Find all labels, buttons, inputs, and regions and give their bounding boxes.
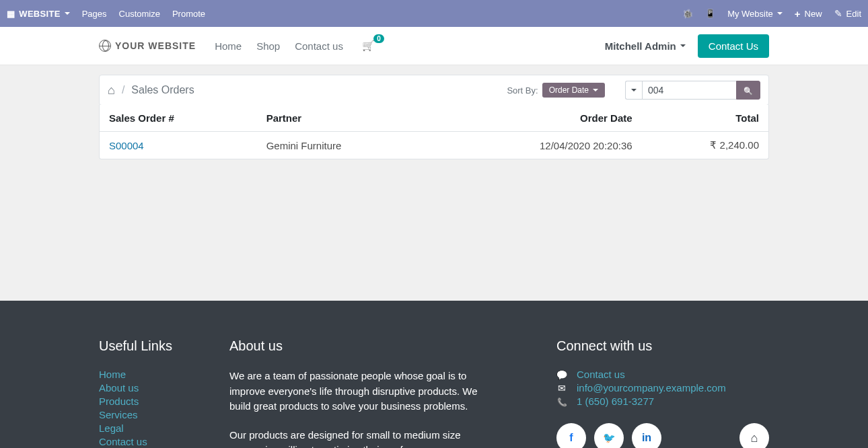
mobile-preview-icon[interactable] xyxy=(705,9,715,18)
bug-icon[interactable] xyxy=(682,9,693,19)
contact-us-button[interactable]: Contact Us xyxy=(698,34,769,58)
website-menu-label: WEBSITE xyxy=(19,9,60,19)
logo[interactable]: YOUR WEBSITE xyxy=(99,40,196,52)
edit-label: Edit xyxy=(846,9,861,19)
useful-links-title: Useful Links xyxy=(99,338,213,354)
editor-bar: WEBSITE Pages Customize Promote My Websi… xyxy=(0,0,868,27)
caret-down-icon xyxy=(631,89,637,91)
caret-down-icon xyxy=(777,12,783,15)
linkedin-button[interactable]: in xyxy=(632,423,661,448)
user-menu[interactable]: Mitchell Admin xyxy=(605,40,686,52)
breadcrumb: / Sales Orders xyxy=(108,83,194,98)
col-total: Total xyxy=(642,105,768,132)
search-button[interactable] xyxy=(736,81,760,100)
toolbar: / Sales Orders Sort By: Order Date xyxy=(99,75,769,106)
about-title: About us xyxy=(229,338,499,354)
home-icon xyxy=(751,431,758,445)
caret-down-icon xyxy=(65,12,70,15)
phone-icon xyxy=(556,396,567,407)
footer-link-legal[interactable]: Legal xyxy=(99,422,213,434)
caret-down-icon xyxy=(680,44,686,47)
logo-text: YOUR WEBSITE xyxy=(115,40,196,51)
website-menu-button[interactable]: WEBSITE xyxy=(7,9,70,19)
footer-link-home[interactable]: Home xyxy=(99,369,213,380)
chat-icon xyxy=(556,369,567,380)
search-scope-dropdown[interactable] xyxy=(625,81,642,100)
cart-badge: 0 xyxy=(373,34,384,43)
nav-home[interactable]: Home xyxy=(215,40,242,52)
breadcrumb-current: Sales Orders xyxy=(131,84,194,96)
pencil-icon xyxy=(834,8,842,19)
footer: Useful Links Home About us Products Serv… xyxy=(0,301,868,448)
order-link[interactable]: S00004 xyxy=(109,140,144,151)
sort-by-dropdown[interactable]: Order Date xyxy=(542,83,605,98)
cell-partner: Gemini Furniture xyxy=(257,132,433,159)
search-input[interactable] xyxy=(642,81,736,100)
my-website-label: My Website xyxy=(727,9,773,19)
connect-phone-link[interactable]: 1 (650) 691-3277 xyxy=(577,396,654,407)
facebook-button[interactable]: f xyxy=(556,423,586,448)
cart-button[interactable]: 0 xyxy=(362,40,375,52)
connect-title: Connect with us xyxy=(556,338,769,354)
cell-date: 12/04/2020 20:20:36 xyxy=(433,132,641,159)
sort-by-value: Order Date xyxy=(549,85,589,95)
globe-icon xyxy=(99,40,111,52)
home-icon[interactable] xyxy=(108,83,115,98)
search-group xyxy=(625,81,760,100)
new-label: New xyxy=(805,9,822,19)
footer-link-contact[interactable]: Contact us xyxy=(99,436,213,447)
caret-down-icon xyxy=(593,89,598,91)
cart-icon xyxy=(362,40,375,52)
col-order: Sales Order # xyxy=(100,105,257,132)
pages-button[interactable]: Pages xyxy=(82,9,107,19)
my-website-dropdown[interactable]: My Website xyxy=(727,9,783,19)
user-name: Mitchell Admin xyxy=(605,40,676,52)
breadcrumb-separator: / xyxy=(122,84,124,96)
about-paragraph-1: We are a team of passionate people whose… xyxy=(229,369,499,414)
plus-icon xyxy=(795,8,801,20)
sort-by-label: Sort By: xyxy=(507,85,538,96)
connect-email-link[interactable]: info@yourcompany.example.com xyxy=(577,382,726,394)
grid-icon xyxy=(7,9,15,19)
twitter-button[interactable]: 🐦 xyxy=(594,423,624,448)
footer-link-products[interactable]: Products xyxy=(99,396,213,407)
orders-table: Sales Order # Partner Order Date Total S… xyxy=(99,105,769,159)
back-to-top-button[interactable] xyxy=(739,423,769,448)
edit-button[interactable]: Edit xyxy=(834,8,861,19)
promote-button[interactable]: Promote xyxy=(172,9,205,19)
col-partner: Partner xyxy=(257,105,433,132)
connect-contact-link[interactable]: Contact us xyxy=(577,369,625,380)
about-paragraph-2: Our products are designed for small to m… xyxy=(229,428,499,449)
col-date: Order Date xyxy=(433,105,641,132)
main-nav: Home Shop Contact us xyxy=(215,40,343,52)
site-header: YOUR WEBSITE Home Shop Contact us 0 Mitc… xyxy=(0,27,868,65)
mail-icon xyxy=(556,382,567,394)
table-row: S00004 Gemini Furniture 12/04/2020 20:20… xyxy=(100,132,768,159)
cell-total: ₹ 2,240.00 xyxy=(642,132,768,159)
new-button[interactable]: New xyxy=(795,8,822,20)
search-icon xyxy=(744,85,753,96)
nav-shop[interactable]: Shop xyxy=(256,40,280,52)
customize-button[interactable]: Customize xyxy=(119,9,160,19)
nav-contact[interactable]: Contact us xyxy=(295,40,343,52)
footer-link-services[interactable]: Services xyxy=(99,409,213,420)
footer-link-about[interactable]: About us xyxy=(99,382,213,394)
